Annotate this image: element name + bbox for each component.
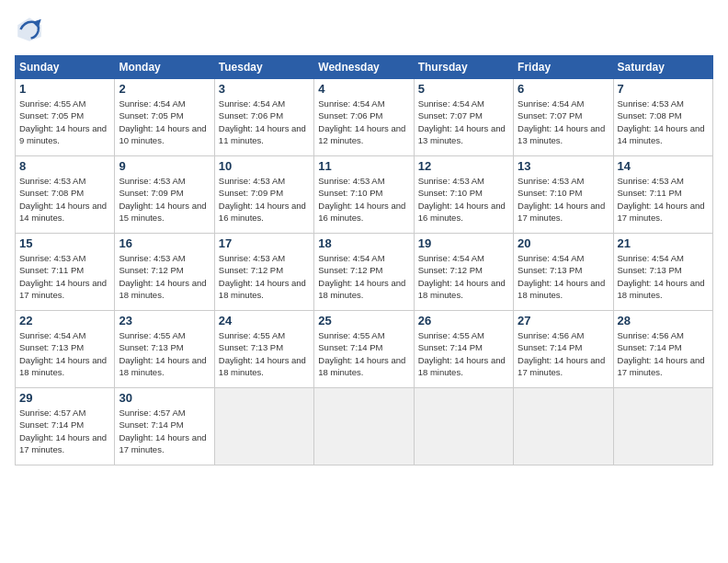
day-number: 10: [219, 159, 310, 173]
weekday-header-sunday: Sunday: [16, 56, 115, 79]
calendar-cell: 12Sunrise: 4:53 AMSunset: 7:10 PMDayligh…: [414, 156, 513, 234]
calendar-cell: 20Sunrise: 4:54 AMSunset: 7:13 PMDayligh…: [514, 234, 613, 311]
day-info: Sunrise: 4:53 AMSunset: 7:09 PMDaylight:…: [119, 175, 210, 224]
week-row-5: 29Sunrise: 4:57 AMSunset: 7:14 PMDayligh…: [16, 388, 713, 465]
day-info: Sunrise: 4:54 AMSunset: 7:07 PMDaylight:…: [418, 98, 509, 146]
calendar-cell: 13Sunrise: 4:53 AMSunset: 7:10 PMDayligh…: [514, 156, 613, 234]
day-number: 7: [618, 82, 709, 96]
calendar-cell: 26Sunrise: 4:55 AMSunset: 7:14 PMDayligh…: [414, 311, 513, 388]
day-info: Sunrise: 4:55 AMSunset: 7:14 PMDaylight:…: [318, 329, 409, 378]
header: [15, 15, 713, 44]
day-number: 5: [418, 82, 509, 96]
day-info: Sunrise: 4:54 AMSunset: 7:13 PMDaylight:…: [518, 252, 609, 301]
calendar-cell: 7Sunrise: 4:53 AMSunset: 7:08 PMDaylight…: [613, 79, 712, 156]
calendar-cell: 21Sunrise: 4:54 AMSunset: 7:13 PMDayligh…: [613, 234, 712, 311]
day-info: Sunrise: 4:53 AMSunset: 7:08 PMDaylight:…: [618, 98, 709, 146]
page: SundayMondayTuesdayWednesdayThursdayFrid…: [0, 0, 728, 563]
calendar-cell: 5Sunrise: 4:54 AMSunset: 7:07 PMDaylight…: [414, 79, 513, 156]
week-row-1: 1Sunrise: 4:55 AMSunset: 7:05 PMDaylight…: [16, 79, 713, 156]
calendar-cell: 28Sunrise: 4:56 AMSunset: 7:14 PMDayligh…: [613, 311, 712, 388]
day-number: 20: [518, 236, 609, 250]
calendar-cell: 25Sunrise: 4:55 AMSunset: 7:14 PMDayligh…: [314, 311, 414, 388]
weekday-header-friday: Friday: [514, 56, 613, 79]
day-number: 9: [119, 159, 210, 173]
day-number: 28: [618, 314, 709, 327]
day-number: 14: [618, 159, 709, 173]
day-number: 30: [119, 391, 210, 405]
weekday-header-monday: Monday: [115, 56, 214, 79]
calendar-cell: 6Sunrise: 4:54 AMSunset: 7:07 PMDaylight…: [514, 79, 613, 156]
day-info: Sunrise: 4:53 AMSunset: 7:08 PMDaylight:…: [19, 175, 110, 224]
day-number: 3: [219, 82, 310, 96]
day-info: Sunrise: 4:54 AMSunset: 7:05 PMDaylight:…: [119, 98, 210, 146]
week-row-2: 8Sunrise: 4:53 AMSunset: 7:08 PMDaylight…: [16, 156, 713, 234]
day-info: Sunrise: 4:53 AMSunset: 7:10 PMDaylight:…: [518, 175, 609, 224]
day-info: Sunrise: 4:54 AMSunset: 7:13 PMDaylight:…: [19, 329, 110, 378]
day-number: 1: [19, 82, 110, 96]
calendar-cell: 27Sunrise: 4:56 AMSunset: 7:14 PMDayligh…: [514, 311, 613, 388]
weekday-header-wednesday: Wednesday: [314, 56, 414, 79]
calendar-cell: [214, 388, 313, 465]
day-number: 22: [19, 314, 110, 327]
day-info: Sunrise: 4:55 AMSunset: 7:13 PMDaylight:…: [119, 329, 210, 378]
calendar-cell: 23Sunrise: 4:55 AMSunset: 7:13 PMDayligh…: [115, 311, 214, 388]
calendar-cell: 16Sunrise: 4:53 AMSunset: 7:12 PMDayligh…: [115, 234, 214, 311]
calendar-cell: 11Sunrise: 4:53 AMSunset: 7:10 PMDayligh…: [314, 156, 414, 234]
logo-icon: [15, 15, 44, 44]
day-info: Sunrise: 4:56 AMSunset: 7:14 PMDaylight:…: [518, 329, 609, 378]
calendar-cell: 18Sunrise: 4:54 AMSunset: 7:12 PMDayligh…: [314, 234, 414, 311]
weekday-header-saturday: Saturday: [613, 56, 712, 79]
day-info: Sunrise: 4:54 AMSunset: 7:12 PMDaylight:…: [318, 252, 409, 301]
calendar-cell: [414, 388, 513, 465]
day-number: 12: [418, 159, 509, 173]
day-info: Sunrise: 4:53 AMSunset: 7:11 PMDaylight:…: [19, 252, 110, 301]
day-info: Sunrise: 4:53 AMSunset: 7:11 PMDaylight:…: [618, 175, 709, 224]
calendar-cell: [613, 388, 712, 465]
day-number: 21: [618, 236, 709, 250]
week-row-4: 22Sunrise: 4:54 AMSunset: 7:13 PMDayligh…: [16, 311, 713, 388]
day-number: 11: [318, 159, 409, 173]
calendar-cell: 19Sunrise: 4:54 AMSunset: 7:12 PMDayligh…: [414, 234, 513, 311]
day-number: 27: [518, 314, 609, 327]
day-info: Sunrise: 4:55 AMSunset: 7:05 PMDaylight:…: [19, 98, 110, 146]
calendar-cell: 10Sunrise: 4:53 AMSunset: 7:09 PMDayligh…: [214, 156, 313, 234]
calendar-cell: 15Sunrise: 4:53 AMSunset: 7:11 PMDayligh…: [16, 234, 115, 311]
day-number: 17: [219, 236, 310, 250]
calendar-cell: [314, 388, 414, 465]
calendar-cell: 2Sunrise: 4:54 AMSunset: 7:05 PMDaylight…: [115, 79, 214, 156]
calendar: SundayMondayTuesdayWednesdayThursdayFrid…: [15, 55, 713, 465]
day-number: 4: [318, 82, 409, 96]
calendar-cell: 14Sunrise: 4:53 AMSunset: 7:11 PMDayligh…: [613, 156, 712, 234]
day-info: Sunrise: 4:53 AMSunset: 7:10 PMDaylight:…: [418, 175, 509, 224]
calendar-cell: 1Sunrise: 4:55 AMSunset: 7:05 PMDaylight…: [16, 79, 115, 156]
day-info: Sunrise: 4:53 AMSunset: 7:12 PMDaylight:…: [119, 252, 210, 301]
calendar-cell: 9Sunrise: 4:53 AMSunset: 7:09 PMDaylight…: [115, 156, 214, 234]
day-info: Sunrise: 4:54 AMSunset: 7:13 PMDaylight:…: [618, 252, 709, 301]
day-number: 6: [518, 82, 609, 96]
calendar-cell: [514, 388, 613, 465]
calendar-cell: 30Sunrise: 4:57 AMSunset: 7:14 PMDayligh…: [115, 388, 214, 465]
day-number: 18: [318, 236, 409, 250]
day-number: 8: [19, 159, 110, 173]
day-number: 15: [19, 236, 110, 250]
weekday-header-tuesday: Tuesday: [214, 56, 313, 79]
day-number: 16: [119, 236, 210, 250]
day-info: Sunrise: 4:57 AMSunset: 7:14 PMDaylight:…: [119, 407, 210, 455]
day-number: 24: [219, 314, 310, 327]
calendar-cell: 17Sunrise: 4:53 AMSunset: 7:12 PMDayligh…: [214, 234, 313, 311]
day-info: Sunrise: 4:54 AMSunset: 7:06 PMDaylight:…: [219, 98, 310, 146]
day-info: Sunrise: 4:53 AMSunset: 7:09 PMDaylight:…: [219, 175, 310, 224]
day-number: 2: [119, 82, 210, 96]
calendar-cell: 8Sunrise: 4:53 AMSunset: 7:08 PMDaylight…: [16, 156, 115, 234]
week-row-3: 15Sunrise: 4:53 AMSunset: 7:11 PMDayligh…: [16, 234, 713, 311]
day-info: Sunrise: 4:54 AMSunset: 7:06 PMDaylight:…: [318, 98, 409, 146]
day-info: Sunrise: 4:56 AMSunset: 7:14 PMDaylight:…: [618, 329, 709, 378]
day-number: 25: [318, 314, 409, 327]
calendar-cell: 3Sunrise: 4:54 AMSunset: 7:06 PMDaylight…: [214, 79, 313, 156]
calendar-cell: 22Sunrise: 4:54 AMSunset: 7:13 PMDayligh…: [16, 311, 115, 388]
day-info: Sunrise: 4:54 AMSunset: 7:12 PMDaylight:…: [418, 252, 509, 301]
day-info: Sunrise: 4:53 AMSunset: 7:10 PMDaylight:…: [318, 175, 409, 224]
day-number: 13: [518, 159, 609, 173]
weekday-header-row: SundayMondayTuesdayWednesdayThursdayFrid…: [16, 56, 713, 79]
day-info: Sunrise: 4:57 AMSunset: 7:14 PMDaylight:…: [19, 407, 110, 455]
